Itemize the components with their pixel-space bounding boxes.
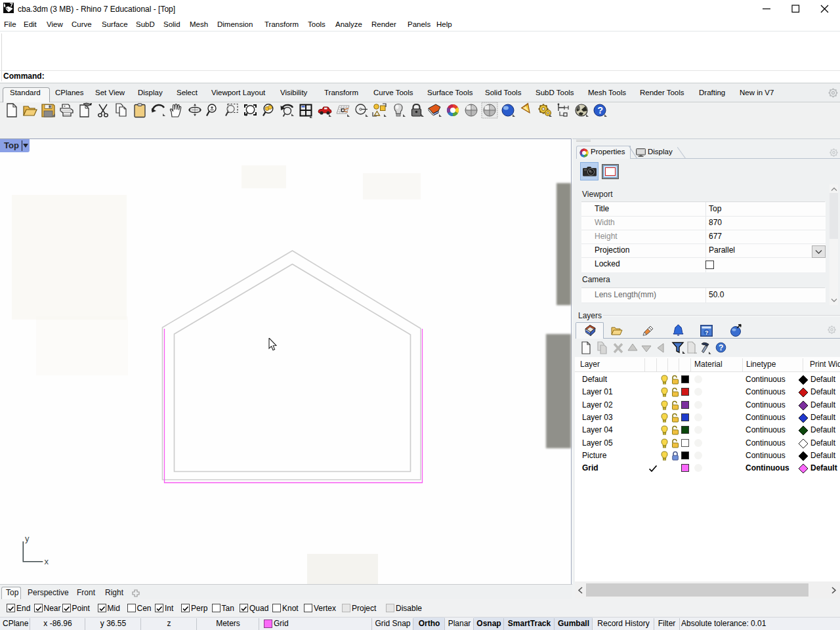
svg-text:?: ?	[705, 329, 709, 336]
svg-text:x: x	[45, 556, 49, 566]
svg-text:?: ?	[597, 105, 603, 116]
svg-text:y: y	[25, 534, 30, 543]
svg-text:?: ?	[719, 343, 723, 352]
